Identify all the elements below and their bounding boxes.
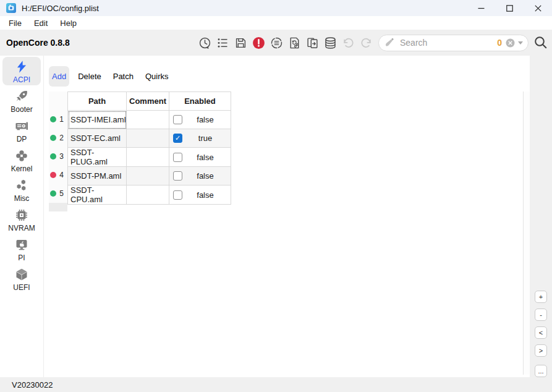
enabled-label: false [182,190,231,200]
status-dot [50,135,56,141]
row-marker: 2 [49,129,67,147]
acpi-add-table: 1 2 3 4 5 Path Comment Enabled SSDT-IMEI… [49,92,530,211]
move-up-button[interactable]: < [535,326,547,339]
acpi-add-grid: Path Comment Enabled SSDT-IMEI.aml ✓fals… [67,92,231,205]
sidebar-item-label: NVRAM [8,224,35,232]
sidebar-item-dp[interactable]: DP [2,116,41,145]
table-header-row: Path Comment Enabled [68,92,231,111]
search-box: 0 [378,35,529,51]
tab-delete[interactable]: Delete [75,66,104,87]
status-dot [50,172,56,178]
clear-search-icon[interactable] [506,38,515,48]
enabled-checkbox[interactable]: ✓ [173,153,182,162]
path-cell[interactable]: SSDT-PM.aml [68,167,127,185]
path-cell[interactable]: SSDT-PLUG.aml [68,148,127,167]
path-cell[interactable]: SSDT-CPU.aml [68,185,127,205]
search-magnifier-icon[interactable] [533,35,549,51]
more-actions-button[interactable]: ... [535,365,547,377]
column-header-enabled[interactable]: Enabled [169,92,231,111]
tab-add[interactable]: Add [49,66,69,87]
sidebar-item-misc[interactable]: Misc [2,176,41,204]
row-number: 4 [59,171,64,179]
row-number: 2 [59,134,64,142]
order-list-icon[interactable] [215,35,231,51]
circled-list-icon[interactable] [269,35,284,51]
minimize-button[interactable] [467,0,495,16]
main-area: ACPI Booter DP Kernel Misc NVRAM PI UEF [0,56,552,377]
version-label: V20230022 [12,380,53,390]
tab-quirks[interactable]: Quirks [142,66,172,87]
comment-cell[interactable] [127,185,169,205]
rocket-icon [14,88,29,104]
sidebar-item-label: PI [18,254,25,262]
enabled-label: false [182,171,231,181]
history-clock-icon[interactable] [197,35,213,51]
sidebar-item-nvram[interactable]: NVRAM [2,205,41,234]
tab-patch[interactable]: Patch [110,66,137,87]
hexagons-icon [14,177,29,194]
table-row: SSDT-PM.aml ✓false [68,167,231,185]
comment-cell[interactable] [127,129,169,148]
row-number-gutter: 1 2 3 4 5 [49,92,67,211]
gutter-header [49,92,67,110]
menu-file[interactable]: File [2,17,28,29]
comment-cell[interactable] [127,167,169,185]
sidebar-item-uefi[interactable]: UEFI [2,265,41,293]
remove-row-button[interactable]: - [535,309,547,321]
sidebar-item-kernel[interactable]: Kernel [2,146,41,174]
row-marker: 5 [49,184,67,203]
sidebar-item-pi[interactable]: PI [2,235,41,263]
row-marker: 4 [49,166,67,184]
enabled-checkbox[interactable]: ✓ [173,190,182,200]
column-header-path[interactable]: Path [68,92,127,111]
search-dropdown-caret-icon[interactable] [518,41,523,45]
sidebar-item-label: Kernel [11,164,33,173]
comment-cell[interactable] [127,148,169,167]
enabled-checkbox[interactable]: ✓ [173,134,182,143]
enabled-cell: ✓false [169,167,231,185]
enabled-checkbox[interactable]: ✓ [173,115,182,124]
status-dot [50,190,56,197]
sidebar-item-acpi[interactable]: ACPI [2,57,41,85]
error-badge-icon[interactable] [251,35,266,51]
app-icon [6,3,16,13]
table-row: SSDT-PLUG.aml ✓false [68,148,231,167]
enabled-checkbox[interactable]: ✓ [173,171,182,181]
database-icon[interactable] [323,35,338,51]
save-icon[interactable] [233,35,248,51]
display-apple-icon [14,237,29,253]
documents-sync-icon[interactable] [305,35,320,51]
clover-icon [14,148,29,164]
path-cell[interactable]: SSDT-EC.aml [68,129,127,148]
right-button-strip: + - < > ... [530,56,552,377]
sidebar-item-label: DP [17,135,27,143]
path-cell[interactable]: SSDT-IMEI.aml [68,111,127,129]
table-row: SSDT-IMEI.aml ✓false [68,111,231,129]
row-number: 1 [59,115,64,124]
vertical-scrollbar[interactable] [523,92,530,375]
gpu-card-icon [14,118,29,134]
titlebar: H:/EFI/OC/config.plist [0,0,552,16]
sidebar-item-booter[interactable]: Booter [2,87,41,115]
move-down-button[interactable]: > [535,344,547,357]
row-marker: 3 [49,147,67,166]
column-header-comment[interactable]: Comment [127,92,169,111]
search-input[interactable] [400,38,497,48]
enabled-cell: ✓true [169,129,231,148]
statusbar: V20230022 [0,377,552,392]
brush-icon [384,37,396,48]
comment-cell[interactable] [127,111,169,129]
menu-help[interactable]: Help [54,17,83,29]
document-link-icon[interactable] [287,35,302,51]
add-row-button[interactable]: + [535,291,547,303]
menu-edit[interactable]: Edit [28,17,54,29]
tab-bar: Add Delete Patch Quirks [44,56,530,92]
close-button[interactable] [524,0,552,16]
window-title: H:/EFI/OC/config.plist [22,4,99,13]
status-dot [50,153,56,160]
menubar: File Edit Help [0,16,552,30]
maximize-button[interactable] [495,0,524,16]
redo-icon[interactable] [359,35,374,51]
undo-icon[interactable] [341,35,356,51]
gutter-footer [49,203,67,211]
